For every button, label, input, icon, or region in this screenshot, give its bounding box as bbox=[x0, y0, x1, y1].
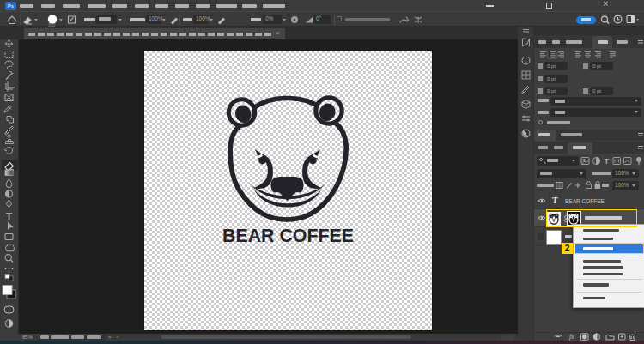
svg-text:T: T bbox=[6, 211, 12, 221]
svg-text:fx: fx bbox=[569, 333, 574, 341]
svg-text:BEAR COFFEE: BEAR COFFEE bbox=[222, 225, 354, 246]
svg-text:T: T bbox=[605, 157, 610, 166]
